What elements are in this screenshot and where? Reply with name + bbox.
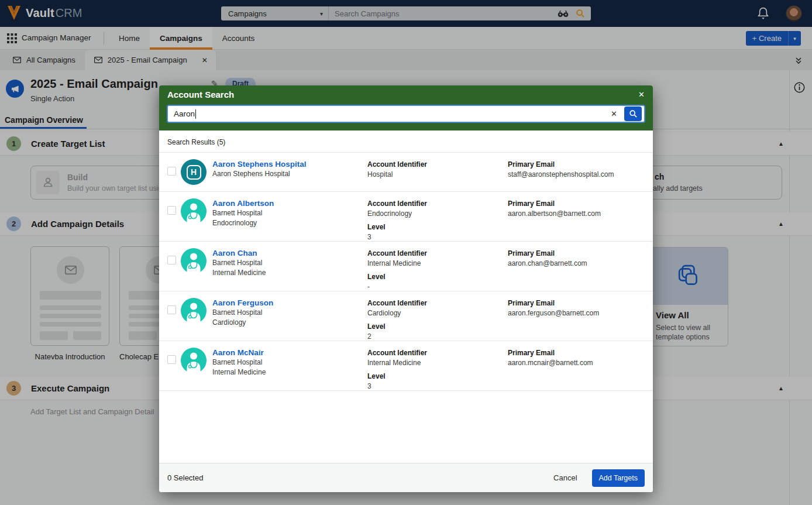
search-results-list: H Aaron Stephens Hospital Aaron Stephens…: [159, 153, 653, 391]
account-subline: Endocrinology: [212, 219, 367, 228]
text-cursor: [195, 109, 196, 119]
level-value: -: [367, 283, 508, 291]
email-value: aaron.albertson@barnett.com: [508, 209, 645, 218]
identifier-label: Account Identifier: [367, 349, 508, 357]
add-targets-button[interactable]: Add Targets: [592, 469, 645, 487]
email-value: aaron.ferguson@barnett.com: [508, 309, 645, 317]
account-avatar: [181, 348, 207, 373]
level-value: 3: [367, 382, 508, 390]
account-avatar: [181, 298, 207, 324]
level-label: Level: [367, 372, 508, 380]
email-value: staff@aaronstephenshospital.com: [508, 170, 645, 178]
email-label: Primary Email: [508, 299, 645, 307]
account-name-link[interactable]: Aaron Albertson: [212, 199, 367, 208]
account-result-row: Aaron McNair Barnett HospitalInternal Me…: [159, 341, 653, 391]
account-result-row: Aaron Chan Barnett HospitalInternal Medi…: [159, 242, 653, 291]
account-search-modal: Account Search ✕ Aaron ✕ Search Results …: [159, 85, 653, 492]
account-name-link[interactable]: Aaron Chan: [212, 249, 367, 257]
hospital-icon: H: [187, 165, 201, 180]
selected-count: 0 Selected: [167, 473, 203, 482]
modal-body: Search Results (5) H Aaron Stephens Hosp…: [159, 130, 653, 463]
account-search-input[interactable]: Aaron ✕: [167, 105, 645, 123]
email-label: Primary Email: [508, 160, 645, 169]
email-label: Primary Email: [508, 200, 645, 208]
account-subline: Internal Medicine: [212, 269, 367, 277]
account-subline: Internal Medicine: [212, 368, 367, 377]
account-name-link[interactable]: Aaron McNair: [212, 348, 367, 357]
identifier-value: Hospital: [367, 170, 508, 178]
row-checkbox[interactable]: [167, 167, 176, 176]
account-avatar: [181, 198, 207, 224]
account-name-link[interactable]: Aaron Stephens Hospital: [212, 160, 367, 169]
account-avatar: [181, 248, 207, 274]
identifier-label: Account Identifier: [367, 299, 508, 307]
account-subline: Barnett Hospital: [212, 358, 367, 367]
doctor-icon: [181, 298, 207, 324]
account-subline: Aaron Stephens Hospital: [212, 170, 367, 178]
row-checkbox[interactable]: [167, 206, 176, 215]
identifier-label: Account Identifier: [367, 200, 508, 208]
row-checkbox[interactable]: [167, 305, 176, 314]
search-input-value: Aaron: [174, 109, 195, 118]
identifier-value: Endocrinology: [367, 209, 508, 218]
identifier-value: Internal Medicine: [367, 259, 508, 267]
modal-title: Account Search: [167, 90, 234, 99]
account-subline: Barnett Hospital: [212, 308, 367, 317]
results-count-label: Search Results (5): [159, 130, 653, 153]
row-checkbox[interactable]: [167, 256, 176, 264]
identifier-value: Internal Medicine: [367, 359, 508, 367]
modal-search-zone: Aaron ✕: [159, 104, 653, 130]
email-label: Primary Email: [508, 249, 645, 257]
account-avatar: H: [181, 159, 207, 185]
level-label: Level: [367, 273, 508, 281]
modal-close-icon[interactable]: ✕: [638, 90, 645, 99]
account-result-row: H Aaron Stephens Hospital Aaron Stephens…: [159, 153, 653, 192]
cancel-button[interactable]: Cancel: [553, 473, 577, 482]
account-subline: Cardiology: [212, 318, 367, 327]
row-checkbox[interactable]: [167, 355, 176, 364]
doctor-icon: [181, 248, 207, 274]
search-submit-button[interactable]: [624, 107, 642, 121]
doctor-icon: [181, 198, 207, 224]
clear-search-icon[interactable]: ✕: [604, 109, 624, 118]
level-label: Level: [367, 322, 508, 331]
level-value: 3: [367, 233, 508, 241]
identifier-value: Cardiology: [367, 309, 508, 317]
level-value: 2: [367, 332, 508, 341]
identifier-label: Account Identifier: [367, 249, 508, 257]
account-subline: Barnett Hospital: [212, 259, 367, 267]
account-result-row: Aaron Albertson Barnett HospitalEndocrin…: [159, 192, 653, 242]
account-name-link[interactable]: Aaron Ferguson: [212, 298, 367, 307]
email-value: aaron.mcnair@barnett.com: [508, 359, 645, 367]
account-result-row: Aaron Ferguson Barnett HospitalCardiolog…: [159, 291, 653, 341]
identifier-label: Account Identifier: [367, 160, 508, 169]
level-label: Level: [367, 223, 508, 231]
modal-footer: 0 Selected Cancel Add Targets: [159, 463, 653, 492]
search-icon: [629, 109, 638, 118]
modal-header: Account Search ✕: [159, 85, 653, 104]
email-value: aaron.chan@barnett.com: [508, 259, 645, 267]
email-label: Primary Email: [508, 349, 645, 357]
doctor-icon: [181, 348, 207, 373]
account-subline: Barnett Hospital: [212, 209, 367, 218]
